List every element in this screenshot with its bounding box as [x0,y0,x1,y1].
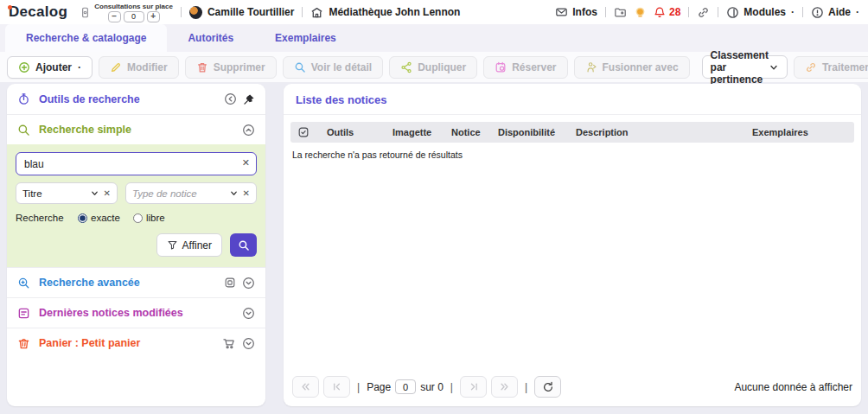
lamp-notification-icon[interactable] [634,6,647,19]
cart-icon[interactable] [222,337,236,350]
modules-menu-button[interactable]: Modules· [726,6,795,19]
search-tools-icon [17,92,30,105]
classement-select[interactable]: Classement par pertinence [702,55,788,79]
merge-person-icon [585,61,597,73]
search-mode-row: Recherche exacte libre [16,213,257,223]
results-panel: Liste des notices Outils Imagette Notice… [284,84,861,406]
pager-divider: | [525,381,527,393]
section-label: Recherche avancée [39,277,215,289]
basket-icon [17,337,30,350]
pagination-bar: | Page sur 0 | | Aucune donnée à affiche… [284,369,861,406]
magnifier-icon [294,61,306,73]
traitements-par-lot-button[interactable]: Traitements par lot· [794,56,868,79]
voir-detail-button[interactable]: Voir le détail [283,56,383,79]
select-all-checkbox[interactable] [297,126,310,138]
search-query-input[interactable] [16,152,257,175]
kiosk-icon[interactable] [80,6,91,19]
dupliquer-button[interactable]: Dupliquer [389,56,477,79]
consultations-minus-button[interactable]: − [108,11,121,22]
reserver-label: Réserver [512,61,556,73]
reserver-button[interactable]: Réserver [483,56,567,79]
notification-count-badge[interactable]: 28 [669,6,680,18]
header-divider [802,7,803,17]
section-recherche-avancee[interactable]: Recherche avancée [7,267,265,297]
modules-icon [726,6,739,19]
link-icon[interactable] [697,6,710,19]
aide-label: Aide [828,6,851,18]
modifier-label: Modifier [127,61,168,73]
affiner-label: Affiner [182,239,212,252]
traitements-label: Traitements par lot [822,61,868,73]
user-avatar[interactable] [189,6,202,19]
bell-icon[interactable] [654,6,666,19]
tab-autorites[interactable]: Autorités [167,24,254,52]
library-name: Médiathèque John Lennon [329,6,460,18]
collapse-panel-icon[interactable] [224,92,237,105]
section-recherche-simple[interactable]: Recherche simple [7,114,265,144]
clear-query-icon[interactable]: ✕ [242,157,250,169]
results-table-header: Outils Imagette Notice Disponibilité Des… [290,122,854,143]
pager-divider: | [450,381,453,393]
chevron-down-circle-icon[interactable] [242,277,255,290]
refresh-button[interactable] [534,376,561,398]
consultations-count-input[interactable] [124,11,144,22]
column-header-disponibilite[interactable]: Disponibilité [498,127,576,137]
ajouter-button[interactable]: Ajouter· [7,56,93,79]
section-outils-de-recherche[interactable]: Outils de recherche [7,84,265,114]
modifier-button[interactable]: Modifier [99,56,179,79]
pin-icon[interactable] [243,93,255,105]
last-page-button[interactable] [491,376,518,398]
dupliquer-label: Dupliquer [418,61,466,73]
consultations-plus-button[interactable]: + [147,11,160,22]
clear-field-icon[interactable]: ✕ [104,188,111,198]
library-building-icon [310,6,323,19]
chevron-down-circle-icon[interactable] [242,307,255,320]
search-field-select[interactable]: Titre ✕ [16,182,118,204]
column-header-exemplaires[interactable]: Exemplaires [752,127,847,137]
radio-libre[interactable]: libre [133,213,165,223]
section-panier[interactable]: Panier : Petit panier [7,328,265,358]
header-divider [181,7,182,17]
header-divider [718,7,718,17]
radio-exacte-input[interactable] [78,213,87,223]
page-total-label: sur 0 [420,381,444,393]
column-header-imagette[interactable]: Imagette [393,127,451,137]
trash-icon [196,61,208,73]
fusionner-button[interactable]: Fusionner avec [574,56,690,79]
chevron-up-circle-icon[interactable] [242,124,255,137]
restore-window-icon[interactable] [224,277,236,289]
column-header-description[interactable]: Description [576,127,752,137]
column-header-notice[interactable]: Notice [451,127,498,137]
aide-menu-button[interactable]: Aide· [811,6,859,19]
header-divider [302,7,303,17]
page-number-input[interactable] [395,379,416,394]
tab-recherche-catalogage[interactable]: Recherche & catalogage [5,24,167,52]
supprimer-button[interactable]: Supprimer [185,56,277,79]
radio-exacte-label: exacte [91,213,120,223]
affiner-button[interactable]: Affiner [156,233,222,257]
search-submit-button[interactable] [230,233,257,257]
page-label: Page [367,381,391,393]
dropdown-indicator-icon: · [791,6,795,18]
branch-icon [400,61,412,73]
section-dernieres-notices[interactable]: Dernières notices modifiées [7,297,265,328]
simple-search-form: ✕ Titre ✕ Type de notice ✕ [7,144,265,267]
radio-exacte[interactable]: exacte [78,213,120,223]
chain-icon [805,61,817,73]
folder-icon[interactable] [614,6,627,18]
column-header-outils[interactable]: Outils [327,127,393,137]
envelope-icon [555,6,568,18]
next-page-button[interactable] [460,376,487,398]
search-icon [238,239,250,252]
chevron-down-circle-icon[interactable] [242,337,255,350]
tab-exemplaires[interactable]: Exemplaires [254,24,357,52]
infos-button[interactable]: Infos [555,6,597,18]
content-area: Outils de recherche Recherche simple [0,82,868,414]
previous-page-button[interactable] [323,376,350,398]
app-logo: Decalog [9,3,67,21]
clear-type-icon[interactable]: ✕ [243,188,250,198]
help-icon [811,6,824,19]
radio-libre-input[interactable] [133,213,143,223]
notice-type-select[interactable]: Type de notice ✕ [125,182,257,204]
first-page-button[interactable] [292,376,319,398]
